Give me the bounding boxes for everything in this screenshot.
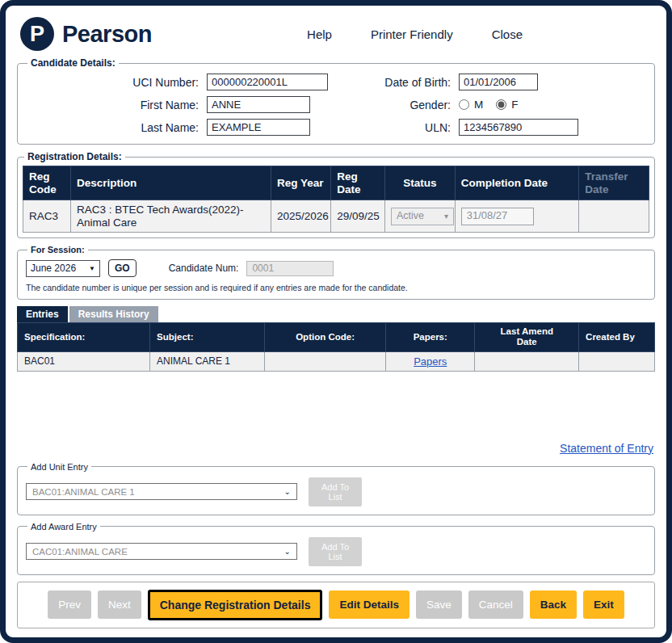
- go-button[interactable]: GO: [108, 259, 136, 277]
- logo-letter: P: [30, 22, 44, 47]
- help-link[interactable]: Help: [307, 27, 332, 41]
- unit-entry-selected-value: BAC01:ANIMAL CARE 1: [32, 487, 135, 497]
- description-header: Description: [70, 166, 271, 200]
- registration-row: RAC3 RAC3 : BTEC Tech Awards(2022)-Anima…: [23, 200, 649, 233]
- status-selected-value: Active: [397, 210, 424, 221]
- tab-bar: Entries Results History: [17, 306, 655, 322]
- first-name-input[interactable]: [207, 96, 310, 113]
- award-entry-selected-value: CAC01:ANIMAL CARE: [32, 547, 128, 557]
- specification-cell: BAC01: [18, 351, 150, 371]
- subject-header: Subject:: [150, 323, 265, 351]
- chevron-down-icon: ▼: [89, 265, 95, 272]
- footer-button-bar: Prev Next Change Registration Details Ed…: [17, 582, 655, 628]
- session-note: The candidate number is unique per sessi…: [26, 283, 646, 292]
- last-amend-date-header: Last Amend Date: [475, 323, 579, 351]
- gender-group: M F: [459, 99, 646, 111]
- add-award-entry-section: Add Award Entry CAC01:ANIMAL CARE ⌄ Add …: [17, 522, 655, 575]
- transfer-date-header: Transfer Date: [579, 166, 649, 200]
- statement-of-entry-link[interactable]: Statement of Entry: [560, 442, 653, 455]
- header-nav: Help Printer Friendly Close: [307, 27, 523, 41]
- entries-header-row: Specification: Subject: Option Code: Pap…: [18, 323, 655, 351]
- gender-female-radio[interactable]: [496, 99, 506, 110]
- save-button[interactable]: Save: [416, 590, 462, 619]
- gender-label: Gender:: [365, 99, 459, 111]
- status-select[interactable]: Active ▾: [391, 208, 454, 225]
- change-registration-details-button[interactable]: Change Registration Details: [148, 590, 323, 620]
- reg-code-header: Reg Code: [23, 166, 71, 200]
- chevron-down-icon: ▾: [444, 212, 448, 221]
- tab-entries[interactable]: Entries: [17, 306, 68, 322]
- papers-header: Papers:: [386, 323, 475, 351]
- gender-female-label: F: [511, 99, 518, 111]
- candidate-details-section: Candidate Details: UCI Number: Date of B…: [17, 57, 655, 145]
- created-by-header: Created By: [579, 323, 655, 351]
- candidate-num-input: [246, 261, 334, 276]
- option-code-cell: [265, 351, 386, 371]
- first-name-label: First Name:: [26, 99, 207, 111]
- entries-empty-area: [17, 372, 655, 439]
- edit-details-button[interactable]: Edit Details: [329, 590, 410, 619]
- brand-title: Pearson: [62, 21, 152, 48]
- uci-input[interactable]: [207, 74, 328, 90]
- printer-friendly-link[interactable]: Printer Friendly: [371, 27, 453, 41]
- back-button[interactable]: Back: [530, 590, 577, 619]
- dob-label: Date of Birth:: [365, 76, 459, 89]
- add-unit-to-list-button[interactable]: Add To List: [309, 477, 362, 506]
- prev-button[interactable]: Prev: [48, 590, 91, 619]
- papers-link[interactable]: Papers: [414, 355, 447, 368]
- chevron-down-icon: ⌄: [284, 547, 291, 556]
- entries-row: BAC01 ANIMAL CARE 1 Papers: [18, 351, 655, 371]
- unit-entry-select[interactable]: BAC01:ANIMAL CARE 1 ⌄: [26, 483, 297, 500]
- registration-header-row: Reg Code Description Reg Year Reg Date S…: [23, 166, 649, 200]
- chevron-down-icon: ⌄: [284, 487, 291, 496]
- window-frame: P Pearson Help Printer Friendly Close Ca…: [0, 0, 672, 643]
- session-selected-value: June 2026: [31, 263, 76, 274]
- registration-details-section: Registration Details: Reg Code Descripti…: [17, 151, 655, 238]
- gender-male-radio[interactable]: [459, 99, 469, 110]
- status-header: Status: [384, 166, 455, 200]
- reg-date-header: Reg Date: [331, 166, 385, 200]
- registration-details-legend: Registration Details:: [24, 151, 125, 162]
- last-amend-date-cell: [475, 351, 579, 371]
- registration-table: Reg Code Description Reg Year Reg Date S…: [23, 166, 649, 233]
- reg-code-cell: RAC3: [23, 200, 71, 233]
- add-unit-entry-legend: Add Unit Entry: [27, 462, 91, 472]
- session-select[interactable]: June 2026 ▼: [26, 260, 100, 277]
- header: P Pearson Help Printer Friendly Close: [14, 11, 658, 57]
- cancel-button[interactable]: Cancel: [468, 590, 523, 619]
- subject-cell: ANIMAL CARE 1: [150, 351, 265, 371]
- tab-results-history[interactable]: Results History: [69, 306, 158, 322]
- reg-date-cell: 29/09/25: [331, 200, 385, 233]
- option-code-header: Option Code:: [265, 323, 386, 351]
- add-award-to-list-button[interactable]: Add To List: [309, 537, 362, 566]
- for-session-legend: For Session:: [27, 245, 88, 254]
- created-by-cell: [579, 351, 655, 371]
- reg-year-header: Reg Year: [271, 166, 330, 200]
- add-award-entry-legend: Add Award Entry: [27, 522, 100, 532]
- completion-date-header: Completion Date: [455, 166, 578, 200]
- specification-header: Specification:: [18, 323, 150, 351]
- for-session-section: For Session: June 2026 ▼ GO Candidate Nu…: [17, 245, 655, 300]
- exit-button[interactable]: Exit: [583, 590, 624, 619]
- last-name-label: Last Name:: [26, 121, 207, 134]
- award-entry-select[interactable]: CAC01:ANIMAL CARE ⌄: [26, 543, 297, 560]
- reg-year-cell: 2025/2026: [271, 200, 330, 233]
- description-cell: RAC3 : BTEC Tech Awards(2022)-Animal Car…: [70, 200, 271, 233]
- uln-label: ULN:: [365, 121, 459, 134]
- candidate-details-legend: Candidate Details:: [27, 57, 119, 69]
- transfer-date-cell: [579, 200, 649, 233]
- pearson-logo-icon: P: [20, 17, 54, 51]
- next-button[interactable]: Next: [98, 590, 141, 619]
- add-unit-entry-section: Add Unit Entry BAC01:ANIMAL CARE 1 ⌄ Add…: [17, 462, 655, 515]
- last-name-input[interactable]: [207, 119, 310, 136]
- uln-input[interactable]: [459, 119, 578, 136]
- entries-section: Specification: Subject: Option Code: Pap…: [17, 322, 655, 439]
- completion-date-input[interactable]: 31/08/27: [461, 208, 534, 225]
- statement-of-entry-row: Statement of Entry: [19, 441, 653, 456]
- uci-label: UCI Number:: [26, 76, 207, 89]
- candidate-num-label: Candidate Num:: [169, 263, 239, 274]
- dob-input[interactable]: [459, 74, 538, 90]
- gender-male-label: M: [474, 99, 483, 111]
- entries-table: Specification: Subject: Option Code: Pap…: [17, 322, 655, 371]
- close-link[interactable]: Close: [492, 27, 523, 41]
